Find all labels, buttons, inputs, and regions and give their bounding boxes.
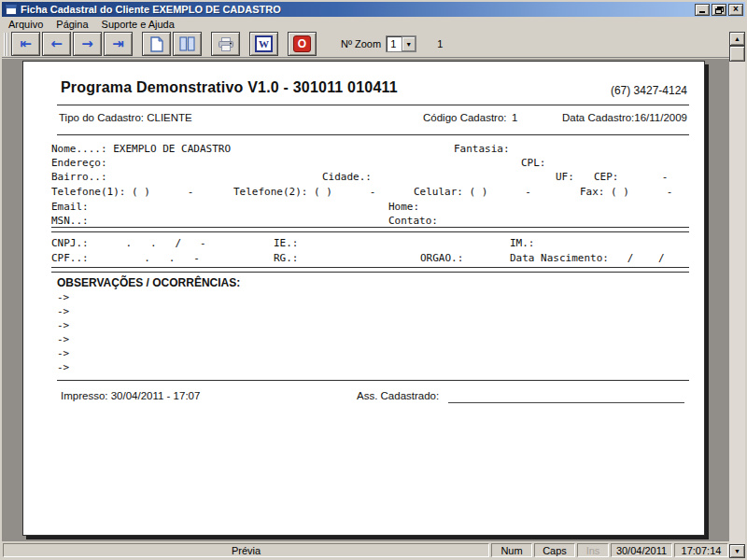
next-page-button[interactable]: → — [73, 32, 102, 56]
document-page: Programa Demonstrativo V1.0 - 301011 010… — [22, 61, 705, 536]
status-insert-mode: Ins — [577, 543, 609, 557]
divider — [51, 227, 689, 228]
previous-page-button[interactable]: ← — [42, 32, 71, 56]
document-phone: (67) 3427-4124 — [611, 84, 687, 97]
signature-label: Ass. Cadastrado: — [357, 390, 439, 401]
status-preview-panel: Prévia — [3, 543, 489, 557]
divider — [51, 267, 689, 268]
status-num-lock: Num — [491, 543, 532, 557]
zoom-value: 1 — [387, 38, 402, 49]
menu-bar: Arquivo Página Suporte e Ajuda — [2, 17, 745, 31]
close-icon: × — [733, 4, 739, 15]
field-celular: Celular: ( ) - — [414, 186, 531, 198]
export-pdf-button[interactable]: O — [288, 32, 317, 56]
field-cep: CEP: - — [594, 171, 668, 183]
observation-line: -> — [57, 305, 69, 317]
status-date: 30/04/2011 — [611, 543, 672, 557]
observations-title: OBSERVAÇÕES / OCORRÊNCIAS: — [57, 276, 240, 289]
menu-pagina[interactable]: Página — [49, 18, 94, 31]
zoom-label: Nº Zoom — [341, 38, 381, 49]
observation-line: -> — [57, 319, 69, 331]
divider — [57, 105, 689, 105]
divider — [57, 134, 689, 135]
status-caps-lock: Caps — [534, 543, 575, 557]
last-page-button[interactable]: ⇥ — [104, 32, 133, 56]
menu-suporte-ajuda[interactable]: Suporte e Ajuda — [95, 18, 181, 31]
divider — [51, 231, 689, 232]
status-bar: Prévia Num Caps Ins 30/04/2011 17:07:14 — [2, 541, 729, 558]
status-preview-text: Prévia — [232, 545, 261, 556]
codigo-cadastro-value: 1 — [512, 112, 517, 123]
app-icon — [6, 5, 17, 15]
field-im: IM.: — [510, 237, 535, 249]
close-button[interactable]: × — [728, 4, 743, 16]
observation-line: -> — [57, 333, 69, 345]
minimize-button[interactable] — [695, 4, 710, 16]
two-page-view-button[interactable] — [173, 32, 202, 56]
field-cpl: CPL: — [521, 157, 546, 169]
field-fantasia: Fantasia: — [454, 143, 510, 155]
two-page-icon — [179, 36, 195, 51]
field-rg: RG.: — [274, 252, 299, 264]
field-email: Email: — [51, 201, 89, 213]
single-page-view-button[interactable] — [142, 32, 171, 56]
print-button[interactable] — [211, 32, 240, 56]
document-title: Programa Demonstrativo V1.0 - 301011 010… — [61, 79, 398, 96]
data-cadastro: Data Cadastro:16/11/2009 — [562, 112, 687, 123]
vertical-scrollbar[interactable]: ▲ ▼ — [729, 32, 745, 558]
zoom-dropdown-button[interactable]: ▼ — [402, 36, 416, 51]
previous-page-icon: ← — [50, 37, 63, 51]
first-page-button[interactable]: ⇤ — [11, 32, 40, 56]
signature-line — [448, 402, 684, 403]
window-title: Ficha Cadastral do Cliente EXEMPLO DE CA… — [21, 4, 695, 15]
field-telefone1: Telefone(1): ( ) - — [51, 186, 193, 198]
divider — [57, 380, 689, 381]
field-endereco: Endereço: — [51, 157, 107, 169]
toolbar-gripper[interactable] — [4, 33, 8, 56]
title-bar: Ficha Cadastral do Cliente EXEMPLO DE CA… — [2, 2, 745, 17]
observation-line: -> — [57, 291, 69, 303]
zoom-select[interactable]: 1 ▼ — [386, 35, 416, 52]
scroll-down-button[interactable]: ▼ — [729, 544, 745, 558]
field-data-nascimento: Data Nascimento: / / — [510, 252, 665, 264]
minimize-icon — [699, 11, 705, 13]
pdf-icon: O — [293, 35, 311, 52]
divider — [51, 272, 689, 273]
chevron-down-icon: ▼ — [405, 41, 412, 48]
app-window: Ficha Cadastral do Cliente EXEMPLO DE CA… — [0, 0, 747, 560]
next-page-icon: → — [81, 37, 93, 51]
observation-line: -> — [57, 347, 69, 359]
first-page-icon: ⇤ — [20, 37, 32, 51]
single-page-icon — [150, 36, 163, 52]
page-indicator: 1 — [437, 38, 443, 49]
restore-button[interactable] — [712, 4, 726, 16]
word-icon: W — [255, 35, 273, 52]
preview-area[interactable]: Programa Demonstrativo V1.0 - 301011 010… — [2, 59, 729, 541]
field-bairro: Bairro..: — [51, 171, 107, 183]
toolbar: ⇤ ← → ⇥ W O — [2, 31, 745, 58]
scroll-up-button[interactable]: ▲ — [729, 32, 745, 46]
last-page-icon: ⇥ — [112, 37, 124, 51]
field-ie: IE.: — [274, 237, 299, 249]
scrollbar-thumb[interactable] — [729, 46, 745, 62]
field-orgao: ORGAO.: — [420, 252, 463, 264]
menu-arquivo[interactable]: Arquivo — [2, 18, 49, 31]
printer-icon — [218, 37, 233, 51]
export-word-button[interactable]: W — [249, 32, 278, 56]
field-telefone2: Telefone(2): ( ) - — [233, 186, 375, 198]
field-msn: MSN..: — [51, 215, 89, 227]
field-nome: Nome....: EXEMPLO DE CADASTRO — [51, 143, 231, 155]
tipo-cadastro: Tipo do Cadastro: CLIENTE — [59, 112, 192, 123]
field-cnpj: CNPJ.: . . / - — [51, 237, 206, 249]
field-contato: Contato: — [388, 215, 438, 227]
scroll-up-icon: ▲ — [734, 35, 740, 42]
field-home: Home: — [388, 201, 419, 213]
printed-timestamp: Impresso: 30/04/2011 - 17:07 — [61, 390, 200, 401]
field-uf: UF: — [556, 171, 574, 183]
restore-icon — [715, 7, 724, 14]
field-fax: Fax: ( ) - — [580, 186, 672, 198]
scroll-down-icon: ▼ — [734, 548, 740, 554]
field-cidade: Cidade.: — [322, 171, 372, 183]
status-time: 17:07:14 — [674, 543, 728, 557]
codigo-cadastro-label: Código Cadastro: — [423, 112, 507, 123]
